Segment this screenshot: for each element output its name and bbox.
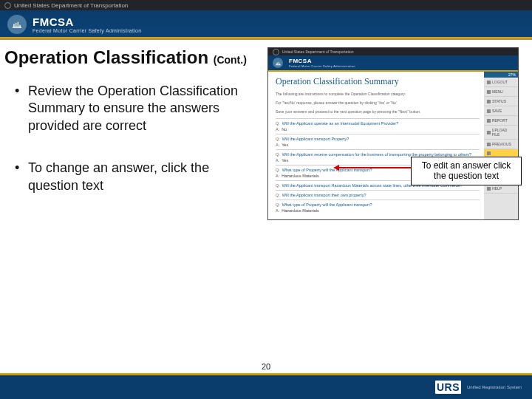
bullet-item: Review the Operation Classification Summ… [18, 83, 263, 134]
callout-arrow-icon [338, 167, 415, 168]
answer-text: A:Hazardous Materials [276, 208, 480, 213]
answer-text: A:No [276, 127, 480, 132]
screenshot-inset: United States Department of Transportati… [267, 47, 519, 220]
qa-row: Q:Will the Applicant transport their own… [276, 190, 480, 200]
inset-sidebar: 27% LOGOUTMENUSTATUSSAVEREPORTUPLOAD FIL… [484, 72, 518, 219]
sidebar-item[interactable]: STATUS [484, 97, 518, 106]
slide-title-suffix: (Cont.) [214, 54, 247, 66]
bullet-list: Review the Operation Classification Summ… [4, 83, 263, 194]
agency-title: FMCSA [33, 16, 142, 28]
fmcsa-banner: FMCSA Federal Motor Carrier Safety Admin… [0, 10, 532, 37]
dot-label: United States Department of Transportati… [14, 2, 128, 9]
progress-badge: 27% [484, 72, 518, 78]
inset-dot-bar: United States Department of Transportati… [268, 48, 518, 55]
sidebar-item[interactable]: REPORT [484, 116, 518, 126]
inset-intro-1: The following are instructions to comple… [276, 92, 480, 97]
slide-title: Operation Classification (Cont.) [4, 47, 263, 68]
agency-subtitle: Federal Motor Carrier Safety Administrat… [33, 28, 142, 33]
sidebar-item[interactable]: SAVE [484, 106, 518, 116]
edit-callout: To edit an answer click the question tex… [411, 157, 522, 185]
dot-seal-icon [4, 2, 11, 9]
sidebar-item[interactable]: LOGOUT [484, 78, 518, 87]
bullet-item: To change an answer, click the question … [18, 160, 263, 194]
menu-icon [487, 81, 491, 84]
slide-title-main: Operation Classification [4, 47, 208, 67]
question-text[interactable]: Q:Will the Applicant transport Property? [276, 137, 480, 141]
question-text[interactable]: Q:Will the Applicant operate as an Inter… [276, 121, 480, 126]
inset-fmcsa-banner: FMCSA Federal Motor Carrier Safety Admin… [268, 55, 518, 70]
thin-divider [0, 39, 532, 40]
menu-icon [487, 100, 491, 103]
fmcsa-logo-icon [273, 58, 283, 68]
sidebar-item[interactable]: MENU [484, 87, 518, 97]
question-text[interactable]: Q:Will the Applicant transport their own… [276, 193, 480, 197]
sidebar-item[interactable]: UPLOAD FILE [484, 126, 518, 140]
urs-subtext: Unified Registration System [467, 385, 522, 389]
footer: URS Unified Registration System [0, 373, 532, 399]
qa-row: Q:Will the Applicant transport Property?… [276, 134, 480, 149]
footer-navy-bar: URS Unified Registration System [0, 375, 532, 399]
menu-icon [487, 119, 491, 123]
menu-icon [487, 90, 491, 94]
dot-icon [487, 151, 491, 155]
qa-row: Q:Will the Applicant operate as an Inter… [276, 118, 480, 134]
urs-logo: URS [435, 381, 461, 393]
menu-icon [487, 131, 491, 134]
qa-row: Q:What type of Property will the Applica… [276, 200, 480, 215]
fmcsa-logo-icon [7, 15, 27, 34]
question-text[interactable]: Q:What type of Property will the Applica… [276, 202, 480, 207]
callout-text: To edit an answer click the question tex… [422, 160, 511, 181]
dot-seal-icon [273, 49, 279, 55]
page-number: 20 [262, 362, 270, 371]
menu-icon [487, 109, 491, 113]
menu-icon [487, 143, 491, 146]
inset-intro-3: Save your answers and proceed to the nex… [276, 109, 480, 115]
sidebar-item[interactable]: PREVIOUS [484, 140, 518, 149]
inset-intro-2: For 'Yes/No' response, please answer the… [276, 100, 480, 106]
inset-heading: Operation Classification Summary [276, 76, 480, 87]
answer-text: A:Yes [276, 143, 480, 147]
sidebar-item[interactable]: HELP [484, 184, 518, 194]
menu-icon [487, 187, 491, 191]
dot-top-bar: United States Department of Transportati… [0, 0, 532, 10]
